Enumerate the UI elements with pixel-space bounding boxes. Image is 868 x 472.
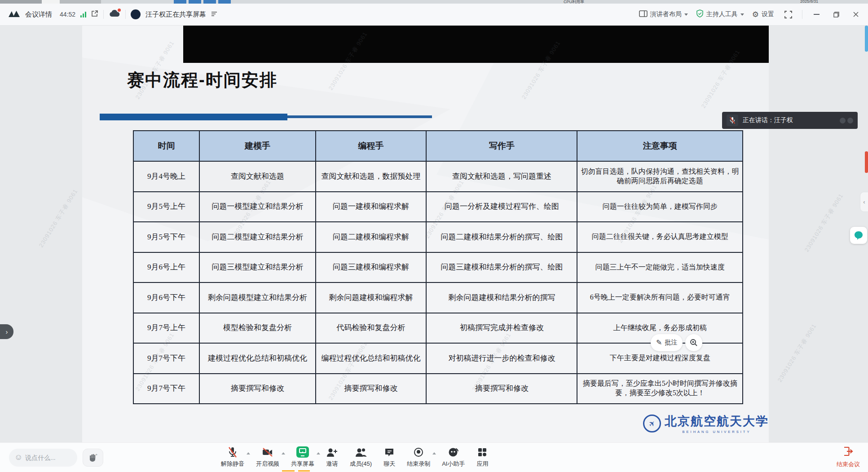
background-segment (60, 0, 101, 4)
scrollbar-thumb-blue[interactable] (865, 26, 868, 52)
zoom-in-button[interactable] (685, 334, 702, 351)
table-cell: 9月7号下午 (134, 374, 199, 404)
table-cell: 9月7号下午 (134, 344, 199, 373)
fullscreen-button[interactable] (782, 9, 794, 20)
minimize-button[interactable] (811, 9, 822, 20)
stop-recording-button[interactable]: 结束录制 (407, 446, 430, 468)
table-row: 9月6号上午 问题三模型建立和结果分析 问题三建模和编程求解 问题三建模和结果分… (134, 252, 742, 282)
table-cell: 问题一建模和编程求解 (315, 192, 426, 222)
magnifier-plus-icon (690, 339, 698, 347)
emoji-icon[interactable]: ☺ (14, 453, 22, 462)
banner-decor (840, 118, 853, 124)
invite-button[interactable]: 邀请 (326, 446, 338, 468)
cloud-record-icon[interactable] (109, 9, 120, 19)
end-meeting-label: 结束会议 (837, 460, 860, 468)
mic-muted-icon (227, 446, 238, 458)
chat-icon (384, 446, 395, 458)
layout-icon (639, 10, 648, 19)
maximize-icon (833, 12, 839, 18)
table-cell: 9月5号上午 (134, 192, 199, 222)
table-cell: 剩余问题建模和结果分析的撰写 (426, 283, 577, 313)
chevron-up-icon[interactable] (432, 450, 436, 454)
chat-button[interactable]: 聊天 (383, 446, 395, 468)
table-cell: 9月4号晚上 (134, 162, 199, 191)
table-cell: 问题一模型建立和结果分析 (199, 192, 315, 222)
apps-button[interactable]: 应用 (476, 446, 488, 468)
bottom-toolbar: ☺ + 解除静音 开启视频 (0, 442, 868, 472)
start-video-button[interactable]: 开启视频 (256, 446, 279, 468)
background-chart-bar (203, 0, 216, 4)
university-seal-icon: ✈ (643, 415, 661, 432)
close-button[interactable] (850, 9, 862, 20)
collapse-panel-handle[interactable]: ‹ (860, 192, 868, 212)
meeting-details-button[interactable]: 会议详情 (25, 10, 52, 19)
background-window-strip: CPU利用率 2025/8/31 (0, 0, 868, 4)
open-in-new-icon[interactable] (91, 10, 98, 19)
annotate-button[interactable]: ✎ 批注 (651, 334, 683, 351)
sharer-avatar (131, 9, 141, 19)
table-cell: 问题二往往很关键，务必认真思考建立模型 (577, 222, 742, 252)
close-icon (853, 12, 859, 17)
chevron-down-icon (740, 13, 744, 18)
table-cell: 编程过程优化总结和初稿优化 (315, 344, 426, 373)
toolbar-center-group: 解除静音 开启视频 共享屏幕 邀请 (221, 446, 488, 468)
app-logo-icon (8, 10, 20, 19)
watermark: 23091026 车子睿 9061 (803, 192, 846, 254)
background-segment (0, 0, 42, 4)
table-cell: 模型检验和复盘分析 (199, 313, 315, 343)
raise-hand-button[interactable]: + (83, 449, 103, 467)
chevron-down-icon (684, 13, 688, 18)
end-meeting-button[interactable]: 结束会议 (837, 446, 860, 468)
table-cell: 代码检验和复盘分析 (315, 313, 426, 343)
table-cell: 查阅文献和选题 (199, 162, 315, 191)
chat-input-wrap: ☺ (9, 449, 77, 467)
expand-panel-handle[interactable]: › (0, 324, 13, 339)
table-cell: 问题一往往较为简单，建模写作同步 (577, 192, 742, 222)
chevron-up-icon[interactable] (282, 450, 285, 454)
sharing-options-icon[interactable] (211, 10, 217, 18)
maximize-button[interactable] (830, 9, 842, 20)
table-header-cell: 建模手 (199, 131, 315, 161)
title-underline-thin (287, 115, 432, 118)
shield-check-icon (696, 9, 704, 19)
unmute-button[interactable]: 解除静音 (221, 446, 244, 468)
table-cell: 9月6号上午 (134, 253, 199, 282)
chevron-up-icon[interactable] (317, 450, 320, 454)
host-tools-label: 主持人工具 (706, 10, 738, 18)
table-row: 9月7号下午 摘要撰写和修改 摘要撰写和修改 摘要撰写和修改 摘要最后写，至少应… (134, 373, 742, 404)
people-icon (355, 446, 367, 458)
layout-selector[interactable]: 演讲者布局 (639, 10, 688, 19)
chevron-up-icon[interactable] (247, 450, 250, 454)
share-screen-button[interactable]: 共享屏幕 (291, 446, 314, 468)
host-tools-button[interactable]: 主持人工具 (696, 9, 744, 19)
table-cell: 问题三上午不一定能做完，适当加快速度 (577, 253, 742, 282)
scrollbar-thumb-red[interactable] (865, 151, 868, 173)
titlebar: 会议详情 44:52 汪子权正在共享屏幕 演讲者布局 (0, 4, 868, 26)
gear-icon: ⚙ (752, 11, 759, 18)
watermark: 23091026 车子睿 9061 (37, 188, 80, 249)
table-cell: 摘要撰写和修改 (315, 374, 426, 404)
minimize-icon (814, 14, 820, 15)
taskbar-accent (282, 470, 295, 472)
table-cell: 问题二建模和结果分析的撰写、绘图 (426, 222, 577, 252)
settings-button[interactable]: ⚙ 设置 (752, 10, 774, 18)
table-row: 9月5号下午 问题二模型建立和结果分析 问题二建模和编程求解 问题二建模和结果分… (134, 221, 742, 252)
table-cell: 摘要撰写和修改 (426, 374, 577, 404)
chevron-right-icon: › (6, 328, 8, 335)
presentation-slide: 赛中流程-时间安排 时间 建模手 编程手 写作手 注意事项 9月4号晚上 查阅文… (82, 26, 769, 442)
ai-assistant-button[interactable]: AI小助手 (442, 446, 465, 468)
table-row: 9月6号下午 剩余问题模型建立和结果分析 剩余问题建模和编程求解 剩余问题建模和… (134, 282, 742, 313)
members-button[interactable]: 成员(45) (350, 446, 372, 468)
settings-label: 设置 (762, 10, 774, 18)
table-header-cell: 注意事项 (577, 131, 742, 161)
table-cell: 问题三建模和编程求解 (315, 253, 426, 282)
table-cell: 查阅文献和选题，数据预处理 (315, 162, 426, 191)
table-cell: 切勿盲目选题，队内保持沟通，查找相关资料，明确前两问思路后再确定选题 (577, 162, 742, 191)
assistant-widget-button[interactable] (850, 227, 867, 244)
divider (103, 10, 104, 19)
speaking-label: 正在讲话：汪子权 (743, 116, 793, 124)
table-cell: 摘要最后写，至少应拿出5小时时间撰写并修改摘要，摘要至少修改5次以上！ (577, 374, 742, 404)
table-header-row: 时间 建模手 编程手 写作手 注意事项 (134, 131, 742, 161)
table-cell: 对初稿进行进一步的检查和修改 (426, 344, 577, 373)
muted-mic-icon (727, 115, 738, 126)
